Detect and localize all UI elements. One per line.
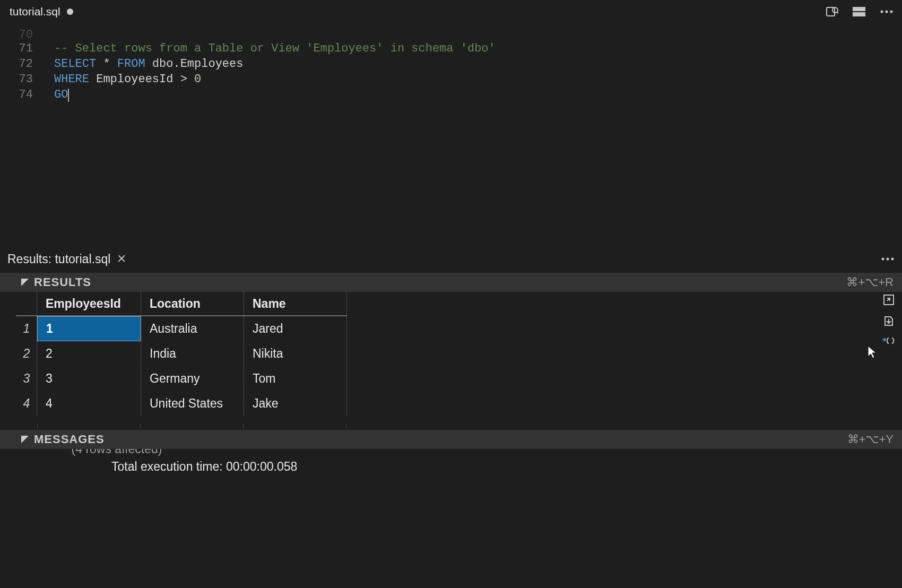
- code-line[interactable]: 70: [0, 25, 902, 41]
- messages-header-label: MESSAGES: [34, 433, 105, 446]
- messages-shortcut: ⌘+⌥+Y: [847, 433, 902, 446]
- close-icon[interactable]: ✕: [117, 252, 126, 266]
- split-editor-icon[interactable]: [852, 6, 866, 18]
- results-section-header[interactable]: RESULTS ⌘+⌥+R: [0, 273, 902, 292]
- results-body: EmployeesIdLocationName11AustraliaJared2…: [16, 292, 886, 416]
- results-grid[interactable]: EmployeesIdLocationName11AustraliaJared2…: [16, 292, 886, 416]
- svg-rect-4: [853, 12, 865, 16]
- messages-body: (4 rows affected) Total execution time: …: [16, 449, 886, 474]
- maximize-icon[interactable]: [883, 294, 895, 306]
- text-cursor: [68, 89, 69, 102]
- chevron-down-icon: [21, 279, 29, 286]
- svg-point-7: [890, 11, 893, 13]
- results-shortcut: ⌘+⌥+R: [846, 275, 902, 289]
- editor-tab-bar: tutorial.sql: [0, 0, 902, 23]
- grid-cell[interactable]: 3: [37, 366, 141, 391]
- column-header[interactable]: Location: [141, 292, 244, 316]
- svg-marker-15: [868, 346, 876, 358]
- code-content[interactable]: WHERE EmployeesId > 0: [38, 73, 201, 86]
- code-line[interactable]: 74GO: [0, 87, 902, 102]
- grid-cell[interactable]: Jake: [244, 391, 347, 416]
- svg-marker-11: [21, 279, 29, 286]
- messages-section: MESSAGES ⌘+⌥+Y (4 rows affected) Total e…: [16, 430, 886, 474]
- column-header[interactable]: EmployeesId: [37, 292, 141, 316]
- results-panel: RESULTS ⌘+⌥+R EmployeesIdLocationName11A…: [0, 273, 902, 588]
- line-number: 70: [0, 28, 38, 39]
- row-number[interactable]: 1: [16, 316, 37, 341]
- line-number: 72: [0, 57, 38, 71]
- editor-tab-filename: tutorial.sql: [10, 5, 60, 18]
- grid-cell[interactable]: Australia: [141, 316, 244, 341]
- column-header[interactable]: Name: [244, 292, 347, 316]
- grid-cell[interactable]: 1: [37, 316, 141, 341]
- svg-point-6: [886, 11, 888, 13]
- code-content[interactable]: SELECT * FROM dbo.Employees: [38, 57, 243, 71]
- grid-separator-ticks: [16, 425, 347, 428]
- more-actions-icon[interactable]: [881, 257, 895, 261]
- grid-cell[interactable]: Germany: [141, 366, 244, 391]
- code-content[interactable]: -- Select rows from a Table or View 'Emp…: [38, 42, 496, 55]
- more-actions-icon[interactable]: [880, 10, 894, 14]
- unsaved-dot-icon: [67, 8, 73, 15]
- grid-cell[interactable]: Tom: [244, 366, 347, 391]
- row-number[interactable]: 3: [16, 366, 37, 391]
- chevron-down-icon: [21, 436, 29, 443]
- code-line[interactable]: 72SELECT * FROM dbo.Employees: [0, 56, 902, 72]
- grid-cell[interactable]: Jared: [244, 316, 347, 341]
- results-toolbar: [882, 294, 896, 348]
- line-number: 71: [0, 42, 38, 55]
- messages-exec-time: Total execution time: 00:00:00.058: [111, 460, 886, 474]
- grid-cell[interactable]: Nikita: [244, 341, 347, 366]
- grid-cell[interactable]: United States: [141, 391, 244, 416]
- svg-point-5: [881, 11, 883, 13]
- messages-rows-affected: (4 rows affected): [37, 449, 196, 456]
- preview-icon[interactable]: [825, 6, 838, 18]
- results-tab-bar: Results: tutorial.sql ✕: [0, 245, 902, 273]
- grid-cell[interactable]: 2: [37, 341, 141, 366]
- svg-point-10: [891, 258, 894, 261]
- results-tab[interactable]: Results: tutorial.sql ✕: [7, 252, 126, 266]
- save-csv-icon[interactable]: [883, 315, 895, 327]
- results-header-label: RESULTS: [34, 275, 91, 289]
- grid-cell[interactable]: India: [141, 341, 244, 366]
- code-line[interactable]: 73WHERE EmployeesId > 0: [0, 72, 902, 87]
- code-line[interactable]: 71-- Select rows from a Table or View 'E…: [0, 41, 902, 56]
- code-editor[interactable]: 7071-- Select rows from a Table or View …: [0, 23, 902, 245]
- svg-point-8: [882, 258, 884, 261]
- row-number[interactable]: 4: [16, 391, 37, 416]
- svg-marker-14: [21, 436, 29, 443]
- code-content[interactable]: GO: [38, 88, 69, 101]
- svg-line-2: [837, 12, 838, 13]
- svg-rect-3: [853, 7, 865, 11]
- svg-point-9: [887, 258, 889, 261]
- cursor-pointer-icon: [867, 345, 878, 361]
- grid-cell[interactable]: 4: [37, 391, 141, 416]
- messages-section-header[interactable]: MESSAGES ⌘+⌥+Y: [0, 430, 902, 449]
- results-tab-title: Results: tutorial.sql: [7, 252, 110, 266]
- editor-tab-actions: [825, 6, 897, 18]
- line-number: 74: [0, 88, 38, 101]
- rownum-header: [16, 292, 37, 316]
- editor-tab[interactable]: tutorial.sql: [5, 3, 77, 20]
- save-json-icon[interactable]: [882, 336, 896, 348]
- line-number: 73: [0, 73, 38, 86]
- row-number[interactable]: 2: [16, 341, 37, 366]
